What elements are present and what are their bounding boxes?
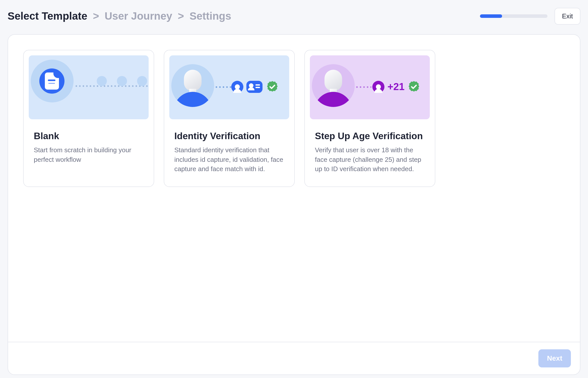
avatar-icon — [312, 64, 355, 107]
template-description: Start from scratch in building your perf… — [34, 145, 144, 164]
flow-step-placeholder-icon — [137, 76, 147, 86]
template-description: Standard identity verification that incl… — [174, 145, 284, 174]
flow-dots-icon — [355, 86, 371, 88]
document-icon — [39, 68, 64, 94]
template-card-identity-verification[interactable]: Identity Verification Standard identity … — [164, 50, 295, 187]
id-card-icon — [246, 81, 263, 93]
progress-fill — [480, 14, 502, 18]
breadcrumb: Select Template > User Journey > Setting… — [8, 10, 231, 22]
next-button[interactable]: Next — [538, 349, 571, 367]
breadcrumb-step-settings[interactable]: Settings — [189, 10, 231, 22]
header: Select Template > User Journey > Setting… — [0, 0, 588, 32]
avatar-icon — [171, 64, 214, 107]
flow-step-placeholder-icon — [97, 76, 107, 86]
progress-bar — [480, 14, 547, 18]
template-title: Identity Verification — [174, 130, 284, 142]
template-title: Step Up Age Verification — [315, 130, 425, 142]
age-badge: +21 — [387, 81, 405, 92]
template-title: Blank — [34, 130, 144, 142]
breadcrumb-step-select-template[interactable]: Select Template — [8, 10, 87, 22]
flow-dots-icon — [215, 86, 231, 88]
template-illustration — [169, 55, 289, 119]
template-illustration — [29, 55, 149, 119]
person-icon — [231, 81, 243, 93]
flow-dots-icon — [75, 85, 149, 87]
exit-button[interactable]: Exit — [554, 8, 580, 25]
main-panel: Blank Start from scratch in building you… — [8, 34, 580, 375]
verified-check-icon — [266, 81, 279, 93]
template-card-step-up-age[interactable]: +21 Step Up Age Verification Verify that… — [304, 50, 435, 187]
header-right: Exit — [480, 8, 580, 25]
chevron-right-icon: > — [178, 10, 184, 22]
verified-check-icon — [408, 81, 420, 93]
template-description: Verify that user is over 18 with the fac… — [315, 145, 425, 174]
template-cards-row: Blank Start from scratch in building you… — [23, 50, 565, 187]
flow-step-placeholder-icon — [117, 76, 127, 86]
template-illustration: +21 — [310, 55, 430, 119]
breadcrumb-step-user-journey[interactable]: User Journey — [105, 10, 172, 22]
person-icon — [372, 81, 384, 93]
panel-footer: Next — [8, 342, 580, 374]
chevron-right-icon: > — [93, 10, 99, 22]
template-card-blank[interactable]: Blank Start from scratch in building you… — [23, 50, 154, 187]
